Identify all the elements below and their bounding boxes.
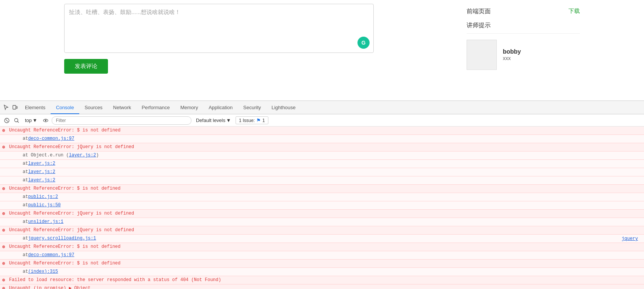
console-error-3: ⊗ Uncaught ReferenceError: $ is not defi… [0,185,644,193]
console-error-9: ⊗ Uncaught (in promise) ▶ Object [0,284,644,289]
submit-button[interactable]: 发表评论 [64,59,108,74]
error-link-4a[interactable]: unslider.js:1 [28,219,63,225]
error-text-9: Uncaught (in promise) ▶ Object [9,285,91,289]
clear-console-button[interactable] [3,117,11,124]
error-link-3a[interactable]: public.js:2 [28,194,58,200]
console-error-7: ⊗ Uncaught ReferenceError: $ is not defi… [0,260,644,268]
filter-icon[interactable] [13,117,20,124]
error-icon-3: ⊗ [2,186,5,192]
console-error-6-trace-1: at deco-common.js:97 [0,251,644,260]
console-error-2-trace-3: at layer.js:2 [0,168,644,176]
svg-line-3 [6,119,8,122]
console-error-3-trace-1: at public.js:2 [0,193,644,201]
console-error-4-trace-1: at unslider.js:1 [0,218,644,226]
filter-input[interactable] [52,116,191,125]
error-link-1[interactable]: deco-common.js:97 [28,136,74,142]
tab-console[interactable]: Console [51,102,79,114]
device-toolbar-icon[interactable] [11,103,20,112]
error-text-3: Uncaught ReferenceError: $ is not define… [9,185,120,192]
error-text-4: Uncaught ReferenceError: jQuery is not d… [9,210,134,217]
issues-label: 1 Issue: [239,118,255,123]
jquery-right-link[interactable]: jquery [622,236,638,242]
error-text-5: Uncaught ReferenceError: jQuery is not d… [9,227,134,233]
console-error-1: ⊗ Uncaught ReferenceError: $ is not defi… [0,127,644,135]
error-link-2d[interactable]: layer.js:2 [28,177,55,184]
svg-rect-0 [13,105,16,109]
console-error-2-trace-1: at Object.e.run (layer.js:2) [0,151,644,160]
svg-point-4 [15,118,18,122]
error-link-2a[interactable]: layer.js:2 [69,152,96,159]
context-arrow: ▼ [32,117,37,123]
error-icon-6: ⊗ [2,244,5,250]
issues-flag-icon: ⚑ [256,117,261,123]
teacher-name: bobby [503,48,521,55]
error-link-7a[interactable]: (index):315 [28,269,58,275]
svg-rect-1 [16,107,17,108]
error-link-5a[interactable]: jquery.scrollloading.js:1 [28,235,96,242]
select-element-icon[interactable] [2,103,11,112]
devtools-panel: Elements Console Sources Network Perform… [0,100,644,289]
console-error-6: ⊗ Uncaught ReferenceError: $ is not defi… [0,243,644,251]
error-icon-1: ⊗ [2,128,5,134]
error-text-2: Uncaught ReferenceError: jQuery is not d… [9,144,134,150]
teacher-info: bobby xxx [503,48,521,61]
teacher-card: bobby xxx [467,40,580,70]
comment-box: 扯淡、吐槽、表扬、鼓励......想说啥就说啥！ G [64,4,374,53]
levels-arrow: ▼ [226,117,231,123]
console-output: ⊗ Uncaught ReferenceError: $ is not defi… [0,127,644,289]
error-link-6a[interactable]: deco-common.js:97 [28,252,74,258]
grammarly-icon: G [357,37,370,49]
teacher-avatar [467,40,497,70]
console-error-2-trace-2: at layer.js:2 [0,160,644,168]
levels-label: Default levels [196,117,225,123]
context-label: top [25,117,32,123]
download-link[interactable]: 下载 [569,8,580,15]
tab-elements[interactable]: Elements [20,102,51,114]
error-icon-5: ⊗ [2,227,5,234]
comment-placeholder: 扯淡、吐槽、表扬、鼓励......想说啥就说啥！ [69,9,180,15]
levels-selector[interactable]: Default levels ▼ [194,117,233,124]
error-text-8: Failed to load resource: the server resp… [9,277,221,283]
top-content: 扯淡、吐槽、表扬、鼓励......想说啥就说啥！ G 发表评论 前端页面 下载 … [0,0,644,77]
teacher-desc: xxx [503,55,521,61]
svg-point-7 [45,120,46,121]
error-text-1: Uncaught ReferenceError: $ is not define… [9,127,120,134]
tab-performance[interactable]: Performance [136,102,175,114]
svg-line-5 [18,121,19,122]
frontend-label: 前端页面 [467,8,491,15]
console-error-1-trace: at deco-common.js:97 [0,135,644,143]
tab-memory[interactable]: Memory [175,102,203,114]
console-error-2: ⊗ Uncaught ReferenceError: jQuery is not… [0,143,644,151]
error-text-6: Uncaught ReferenceError: $ is not define… [9,244,120,250]
error-icon-2: ⊗ [2,144,5,151]
right-top: 前端页面 下载 [467,8,580,15]
tab-sources[interactable]: Sources [79,102,108,114]
teacher-hint-label: 讲师提示 [467,22,580,34]
tab-network[interactable]: Network [108,102,137,114]
error-icon-8: ⊗ [2,277,5,284]
issues-badge[interactable]: 1 Issue: ⚑ 1 [236,116,268,124]
console-error-2-trace-4: at layer.js:2 [0,176,644,185]
left-section: 扯淡、吐槽、表扬、鼓励......想说啥就说啥！ G 发表评论 [64,4,451,74]
devtools-tabs: Elements Console Sources Network Perform… [0,101,644,114]
console-error-5-trace-1: at jquery.scrollloading.js:1 jquery [0,235,644,243]
right-section: 前端页面 下载 讲师提示 bobby xxx [467,4,580,74]
tab-application[interactable]: Application [203,102,238,114]
console-error-3-trace-2: at public.js:50 [0,201,644,210]
console-toolbar: top ▼ Default levels ▼ 1 Issue: ⚑ 1 [0,114,644,127]
tab-lighthouse[interactable]: Lighthouse [266,102,301,114]
error-link-3b[interactable]: public.js:50 [28,202,60,209]
error-text-7: Uncaught ReferenceError: $ is not define… [9,260,120,267]
error-icon-4: ⊗ [2,211,5,217]
issues-count: 1 [262,118,265,123]
error-link-2b[interactable]: layer.js:2 [28,161,55,167]
error-icon-7: ⊗ [2,261,5,267]
context-selector[interactable]: top ▼ [23,117,40,124]
console-error-5: ⊗ Uncaught ReferenceError: jQuery is not… [0,226,644,235]
console-error-7-trace-1: at (index):315 [0,268,644,276]
tab-security[interactable]: Security [238,102,266,114]
error-icon-9: ⊗ [2,286,5,289]
eye-icon[interactable] [42,117,49,124]
console-error-8: ⊗ Failed to load resource: the server re… [0,276,644,284]
error-link-2c[interactable]: layer.js:2 [28,169,55,175]
